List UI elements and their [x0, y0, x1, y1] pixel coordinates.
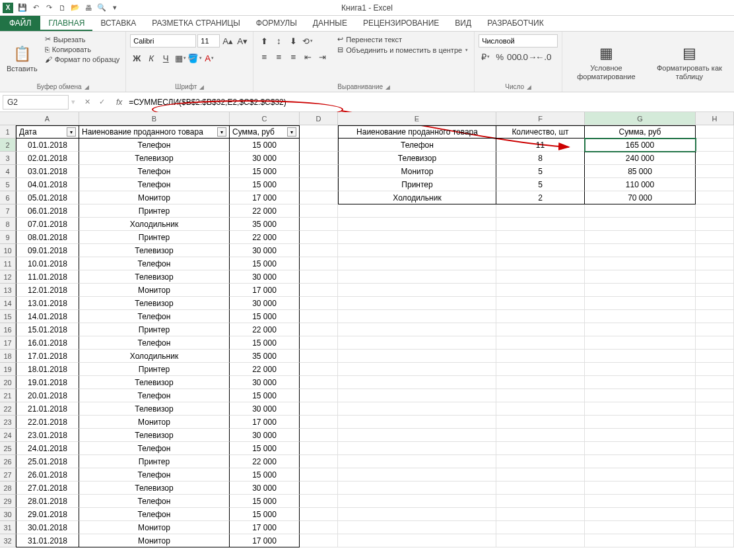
cell[interactable]	[300, 495, 338, 508]
cell[interactable]: Телефон	[79, 178, 230, 191]
cell[interactable]: 16.01.2018	[16, 336, 79, 350]
cell[interactable]: Принтер	[79, 204, 230, 218]
cell[interactable]	[696, 297, 734, 310]
cell[interactable]: 22 000	[230, 363, 300, 376]
cell[interactable]: Монитор	[79, 284, 230, 297]
filter-button[interactable]: ▾	[287, 127, 296, 137]
spreadsheet-grid[interactable]: A B C D E F G H 123456789101112131415161…	[0, 112, 734, 547]
row-header-25[interactable]: 25	[0, 442, 16, 455]
cell[interactable]	[338, 455, 496, 468]
percent-button[interactable]: %	[493, 50, 506, 63]
row-header-16[interactable]: 16	[0, 323, 16, 336]
cell[interactable]: 06.01.2018	[16, 204, 79, 218]
align-top-button[interactable]: ⬆	[257, 34, 271, 47]
cell[interactable]	[496, 204, 585, 218]
row-header-19[interactable]: 19	[0, 363, 16, 376]
cell[interactable]	[300, 455, 338, 468]
cell[interactable]: 03.01.2018	[16, 165, 79, 178]
cell[interactable]: Принтер	[79, 455, 230, 468]
cell[interactable]: 24.01.2018	[16, 442, 79, 455]
col-header-F[interactable]: F	[496, 112, 585, 125]
row-header-29[interactable]: 29	[0, 495, 16, 508]
cell[interactable]	[338, 350, 496, 363]
formula-input[interactable]	[125, 95, 734, 109]
cell[interactable]: 15 000	[230, 508, 300, 521]
paste-button[interactable]: 📋 Вставить	[4, 34, 40, 82]
cell[interactable]: 07.01.2018	[16, 218, 79, 231]
align-bottom-button[interactable]: ⬇	[286, 34, 300, 47]
cell[interactable]: Телевизор	[79, 402, 230, 416]
cell[interactable]	[696, 389, 734, 402]
cell[interactable]	[696, 455, 734, 468]
cell[interactable]	[338, 521, 496, 534]
tab-developer[interactable]: РАЗРАБОТЧИК	[479, 16, 552, 31]
row-header-12[interactable]: 12	[0, 270, 16, 284]
cell[interactable]	[496, 310, 585, 323]
cell[interactable]: 30 000	[230, 482, 300, 495]
cell[interactable]	[585, 495, 696, 508]
cell[interactable]	[585, 336, 696, 350]
row-header-23[interactable]: 23	[0, 416, 16, 429]
cell[interactable]	[696, 310, 734, 323]
cell[interactable]: 11.01.2018	[16, 270, 79, 284]
selected-cell[interactable]: 165 000	[585, 139, 696, 152]
cell[interactable]	[585, 429, 696, 442]
cell[interactable]	[496, 376, 585, 389]
filter-button[interactable]: ▾	[67, 127, 76, 137]
cell[interactable]	[300, 231, 338, 244]
cell[interactable]: 22.01.2018	[16, 416, 79, 429]
select-all-corner[interactable]	[0, 112, 16, 125]
cell[interactable]: 8	[496, 152, 585, 165]
cell[interactable]	[496, 495, 585, 508]
cell[interactable]	[696, 363, 734, 376]
row-header-7[interactable]: 7	[0, 204, 16, 218]
italic-button[interactable]: К	[145, 51, 158, 65]
cell[interactable]	[300, 270, 338, 284]
name-box[interactable]: G2	[3, 95, 69, 109]
formula-cancel-icon[interactable]: ✕	[81, 96, 94, 109]
cell[interactable]	[300, 389, 338, 402]
cell[interactable]: Монитор	[79, 534, 230, 547]
tab-data[interactable]: ДАННЫЕ	[305, 16, 355, 31]
fx-icon[interactable]: fx	[114, 98, 125, 107]
cell[interactable]	[696, 165, 734, 178]
cell[interactable]: 27.01.2018	[16, 482, 79, 495]
row-header-11[interactable]: 11	[0, 257, 16, 270]
cell[interactable]	[496, 336, 585, 350]
cell[interactable]	[338, 416, 496, 429]
col-header-H[interactable]: H	[696, 112, 734, 125]
row-header-18[interactable]: 18	[0, 350, 16, 363]
cell[interactable]	[338, 495, 496, 508]
cell[interactable]: Телефон	[79, 508, 230, 521]
cell[interactable]	[696, 270, 734, 284]
col-header-E[interactable]: E	[338, 112, 496, 125]
cell[interactable]	[300, 363, 338, 376]
cell[interactable]: 85 000	[585, 165, 696, 178]
cell[interactable]	[585, 257, 696, 270]
row-header-26[interactable]: 26	[0, 455, 16, 468]
cell[interactable]	[300, 191, 338, 204]
cell[interactable]: Телефон	[79, 139, 230, 152]
orientation-button[interactable]: ⟲	[301, 34, 314, 47]
cell[interactable]	[300, 310, 338, 323]
cell[interactable]	[496, 534, 585, 547]
cell[interactable]	[300, 482, 338, 495]
cell[interactable]	[338, 376, 496, 389]
format-as-table-button[interactable]: ▤ Форматировать как таблицу	[649, 34, 730, 89]
cell[interactable]: Дата▾	[16, 125, 79, 139]
cell[interactable]	[338, 363, 496, 376]
cell[interactable]	[338, 534, 496, 547]
cell[interactable]: 15.01.2018	[16, 323, 79, 336]
qat-print-icon[interactable]: 🖶	[82, 1, 95, 15]
cell[interactable]	[338, 336, 496, 350]
cell[interactable]	[300, 204, 338, 218]
cell[interactable]	[696, 376, 734, 389]
cell[interactable]: 30 000	[230, 402, 300, 416]
cell[interactable]: Монитор	[79, 416, 230, 429]
row-header-1[interactable]: 1	[0, 125, 16, 139]
cell[interactable]: 15 000	[230, 139, 300, 152]
row-header-27[interactable]: 27	[0, 468, 16, 482]
row-header-13[interactable]: 13	[0, 284, 16, 297]
cell[interactable]	[338, 323, 496, 336]
cell[interactable]	[696, 402, 734, 416]
